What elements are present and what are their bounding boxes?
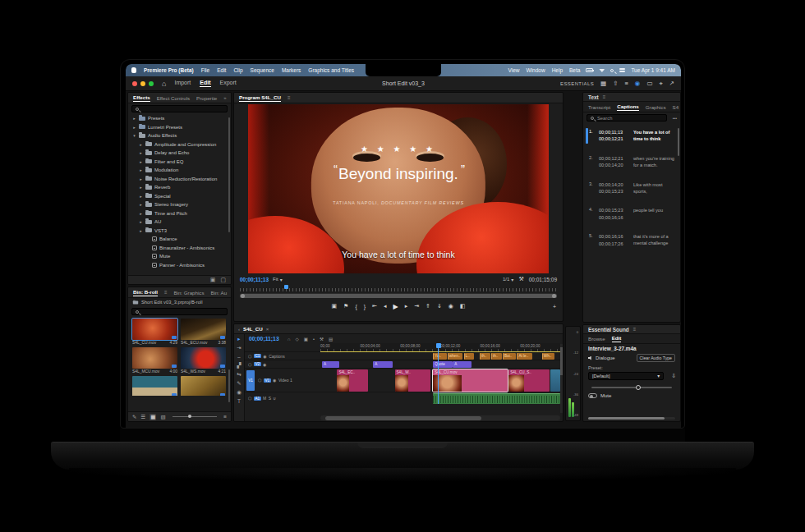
menubar-item-graphics-and-titles[interactable]: Graphics and Titles	[308, 67, 354, 73]
clip-thumbnail[interactable]	[181, 347, 226, 369]
effects-tree-item[interactable]: ▸Modulation	[128, 166, 231, 175]
effects-tree-item[interactable]: ▸Special	[128, 192, 231, 201]
camera-icon[interactable]: ◉	[448, 303, 453, 310]
tree-arrow-icon[interactable]: ▸	[139, 228, 143, 233]
effects-tree-item[interactable]: Mute	[128, 252, 231, 261]
captions-icon[interactable]: ▭	[646, 80, 652, 88]
minimize-window-button[interactable]	[140, 81, 145, 86]
effects-tree-item[interactable]: ▸Reverb	[128, 183, 231, 192]
tab-transcript[interactable]: Transcript	[588, 104, 610, 110]
marker-icon[interactable]: •	[313, 337, 315, 342]
add-marker-icon[interactable]: ⚑	[343, 303, 348, 310]
video-clip[interactable]: S4L_CU_S..	[508, 369, 550, 392]
bin-clip[interactable]	[132, 376, 177, 396]
caption-text[interactable]: when you're training for a match.	[633, 155, 676, 169]
step-forward-icon[interactable]: ▸	[405, 303, 408, 310]
caption-clip[interactable]: Yo..	[433, 353, 446, 360]
thumbnail-view-icon[interactable]: ▦	[150, 414, 156, 420]
tree-arrow-icon[interactable]: ▸	[132, 125, 136, 130]
effects-tree-item[interactable]: ▸AU	[128, 218, 231, 227]
close-tab-icon[interactable]: ×	[266, 326, 269, 332]
program-video-frame[interactable]: ★ ★ ★ ★ ★ “Beyond inspiring.” TATIANA NA…	[248, 104, 549, 273]
effects-tree-item[interactable]: ▾Audio Effects	[128, 131, 231, 140]
tab-s4[interactable]: S4	[673, 104, 679, 110]
captions-search[interactable]: Search	[586, 114, 667, 122]
video-clip[interactable]: S4L_CU.mov	[433, 369, 508, 392]
graphic-clip[interactable]: Quote	[433, 361, 452, 368]
save-preset-icon[interactable]: ⇩	[671, 373, 676, 379]
tab-captions[interactable]: Captions	[617, 103, 638, 111]
tree-arrow-icon[interactable]: ▸	[139, 159, 143, 164]
tree-arrow-icon[interactable]: ▸	[139, 202, 143, 207]
caption-clip[interactable]: Wh..	[542, 353, 554, 360]
graphic-clip[interactable]: A	[373, 361, 392, 368]
caption-row[interactable]: 1.00;00;11;1300;00;12;21You have a lot o…	[586, 126, 678, 145]
effects-tree-item[interactable]: ▸Amplitude and Compression	[128, 140, 231, 149]
caption-row[interactable]: 3.00;00;14;2000;00;15;23Like with most s…	[586, 179, 678, 198]
caption-track-badge[interactable]: C1	[254, 354, 261, 358]
video-clip[interactable]: S4L_EC..	[337, 369, 368, 392]
v2-track-head[interactable]: ⬡ V2 ◉	[245, 360, 320, 368]
clip-thumbnail[interactable]	[181, 319, 226, 340]
clip-thumbnail[interactable]	[132, 376, 177, 396]
v2-badge[interactable]: V2	[254, 362, 261, 366]
sort-icon[interactable]: ≡	[223, 414, 227, 420]
effects-tree-item[interactable]: ▸Lumetri Presets	[128, 123, 231, 132]
effects-tree-item[interactable]: ▸VST3	[128, 227, 231, 236]
mark-in-icon[interactable]: {	[355, 304, 356, 310]
caption-display-icon[interactable]: ▤	[329, 337, 333, 342]
resolution-dropdown[interactable]: 1/1▾	[503, 277, 513, 282]
essential-sound-scrollbar[interactable]	[588, 417, 675, 420]
apple-menu-icon[interactable]	[131, 67, 136, 73]
effects-tree-item[interactable]: ▸Noise Reduction/Restoration	[128, 175, 231, 184]
mark-out-icon[interactable]: }	[364, 304, 366, 310]
caption-text[interactable]: people tell you	[633, 207, 676, 221]
panel-menu-icon[interactable]: ≡	[603, 94, 606, 99]
a1-badge[interactable]: A1	[254, 397, 261, 401]
ripple-edit-tool[interactable]: ⇔	[237, 354, 242, 360]
effects-tree-item[interactable]: ▸Presets	[128, 114, 231, 123]
a1-track-head[interactable]: ⬡ A1 M S ⍦	[245, 392, 320, 404]
tree-arrow-icon[interactable]: ▸	[139, 194, 143, 199]
new-custom-bin-icon[interactable]: ▣	[210, 277, 216, 283]
caption-clip[interactable]: th..	[480, 353, 490, 360]
effects-tree-item[interactable]: ▸Filter and EQ	[128, 158, 231, 167]
more-options-icon[interactable]: •••	[673, 116, 677, 121]
lock-icon[interactable]: ⬡	[248, 354, 251, 359]
menubar-item-window[interactable]: Window	[527, 67, 545, 73]
fullscreen-icon[interactable]: ↗	[669, 80, 674, 88]
clip-thumbnail[interactable]	[181, 376, 226, 396]
menubar-item-clip[interactable]: Clip	[233, 67, 242, 73]
nav-export[interactable]: Export	[220, 80, 237, 87]
tab-effect-controls[interactable]: Effect Controls	[157, 95, 190, 101]
tab-bin-broll[interactable]: Bin: B-roll	[133, 289, 158, 296]
v1-track-head[interactable]: V1 ⬡ V1 ◉ Video 1	[245, 369, 320, 392]
menubar-item-help[interactable]: Help	[552, 67, 563, 73]
timeline-playhead[interactable]	[438, 343, 439, 404]
export-frame-icon[interactable]: ▣	[331, 303, 337, 310]
lift-icon[interactable]: ⇑	[426, 303, 430, 310]
tab-edit[interactable]: Edit	[612, 335, 622, 342]
tree-arrow-icon[interactable]: ▸	[132, 116, 136, 121]
pen-tool[interactable]: ✎	[237, 380, 241, 387]
app-menu[interactable]: Premiere Pro (Beta)	[144, 67, 194, 73]
close-window-button[interactable]	[132, 81, 137, 86]
zoom-window-button[interactable]	[149, 81, 154, 86]
caption-clip[interactable]: L..	[464, 353, 475, 360]
clear-audio-type-button[interactable]: Clear Audio Type	[637, 354, 675, 362]
home-icon[interactable]: ⌂	[162, 80, 166, 88]
effects-tree-item[interactable]: ▸Time and Pitch	[128, 209, 231, 218]
caption-clip[interactable]: th..	[491, 353, 502, 360]
effects-tree-item[interactable]: Binauralizer - Ambisonics	[128, 244, 231, 253]
lock-icon[interactable]: ⬡	[248, 396, 251, 401]
wifi-icon[interactable]	[599, 68, 605, 72]
bin-search[interactable]	[131, 308, 228, 315]
nest-icon[interactable]: ▣	[304, 337, 308, 342]
panel-menu-icon[interactable]: ≡	[288, 95, 291, 100]
caption-text[interactable]: You have a lot of time to think	[633, 129, 676, 143]
mic-icon[interactable]: ⍦	[274, 396, 276, 401]
hand-tool[interactable]: ◉	[237, 389, 242, 396]
panel-menu-icon[interactable]: ≡	[164, 290, 168, 295]
amount-slider[interactable]	[591, 387, 672, 388]
tree-arrow-icon[interactable]: ▸	[139, 167, 143, 172]
